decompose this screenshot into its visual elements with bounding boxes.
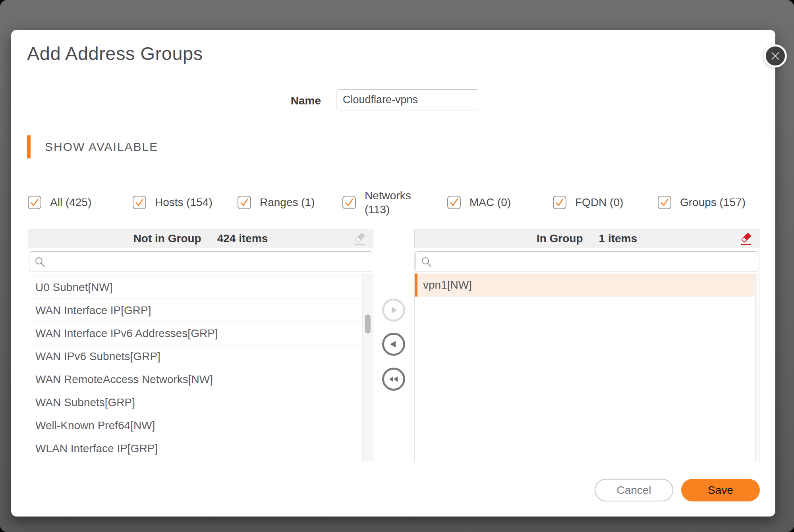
arrow-left-icon	[387, 338, 400, 351]
move-right-button[interactable]	[382, 299, 405, 322]
close-button[interactable]	[764, 44, 787, 67]
right-search-box	[415, 251, 758, 272]
add-address-groups-dialog: Add Address Groups Name SHOW AVAILABLE A…	[11, 30, 775, 517]
check-icon	[29, 195, 41, 210]
checkbox-networks[interactable]	[342, 196, 356, 209]
panel-title: Not in Group	[133, 232, 201, 245]
in-group-list: vpn1[NW]	[415, 274, 759, 461]
dialog-title: Add Address Groups	[27, 42, 203, 64]
filter-ranges: Ranges (1)	[238, 196, 315, 209]
not-in-group-panel: Not in Group 424 items	[28, 229, 373, 461]
search-icon	[34, 256, 46, 268]
clear-group-button[interactable]	[739, 232, 753, 247]
left-scrollbar-track[interactable]	[362, 274, 373, 461]
cancel-button[interactable]: Cancel	[595, 479, 673, 501]
check-icon	[659, 195, 670, 210]
filter-label: Hosts (154)	[155, 196, 213, 209]
filter-networks: Networks (113)	[342, 189, 415, 216]
double-arrow-left-icon	[387, 373, 400, 386]
check-icon	[238, 195, 250, 210]
filter-label: Ranges (1)	[260, 196, 315, 209]
list-item[interactable]: WAN RemoteAccess Networks[NW]	[28, 368, 373, 391]
right-search-input[interactable]	[437, 253, 755, 271]
search-icon	[421, 256, 433, 268]
panel-title: In Group	[537, 232, 583, 245]
right-scrollbar-track[interactable]	[755, 274, 759, 461]
check-icon	[448, 195, 460, 210]
in-group-panel: In Group 1 items	[414, 229, 759, 461]
show-available-section: SHOW AVAILABLE	[27, 135, 158, 158]
filter-label: FQDN (0)	[575, 196, 623, 209]
name-input[interactable]	[336, 89, 478, 110]
checkbox-ranges[interactable]	[238, 196, 251, 209]
section-title: SHOW AVAILABLE	[45, 140, 158, 154]
checkbox-mac[interactable]	[447, 196, 461, 209]
name-label: Name	[241, 94, 321, 107]
list-item[interactable]: U0 Subnet[NW]	[28, 276, 373, 299]
checkbox-groups[interactable]	[658, 196, 671, 209]
list-item[interactable]: WLAN Interface IP[GRP]	[28, 437, 373, 460]
panel-count: 1 items	[599, 232, 638, 245]
list-item[interactable]: WAN Interface IPv6 Addresses[GRP]	[28, 322, 373, 345]
not-in-group-body: U0 Subnet[NW] WAN Interface IP[GRP] WAN …	[28, 251, 373, 461]
eraser-icon	[353, 232, 367, 247]
checkbox-all[interactable]	[28, 196, 41, 209]
filter-label: Groups (157)	[680, 196, 746, 209]
close-icon	[770, 51, 780, 61]
eraser-icon-red	[739, 232, 753, 247]
check-icon	[133, 195, 145, 210]
save-button[interactable]: Save	[681, 479, 760, 501]
check-icon	[554, 195, 566, 210]
left-search-box	[29, 251, 372, 272]
move-all-left-button[interactable]	[382, 368, 405, 391]
filter-fqdn: FQDN (0)	[553, 196, 623, 209]
in-group-body: vpn1[NW]	[414, 251, 759, 461]
list-item[interactable]: WAN IPv6 Subnets[GRP]	[28, 345, 373, 368]
checkbox-hosts[interactable]	[133, 196, 146, 209]
selected-list-item[interactable]: vpn1[NW]	[415, 274, 755, 297]
checkbox-fqdn[interactable]	[553, 196, 566, 209]
not-in-group-header: Not in Group 424 items	[28, 229, 373, 248]
clear-filter-button[interactable]	[353, 232, 367, 247]
list-item[interactable]: WAN Interface IP[GRP]	[28, 299, 373, 322]
filter-label: MAC (0)	[469, 196, 511, 209]
not-in-group-list: U0 Subnet[NW] WAN Interface IP[GRP] WAN …	[28, 274, 373, 461]
check-icon	[343, 195, 355, 210]
panel-count: 424 items	[217, 232, 268, 245]
left-scrollbar-thumb[interactable]	[365, 314, 371, 333]
filter-mac: MAC (0)	[447, 196, 511, 209]
filter-label: Networks (113)	[365, 189, 415, 216]
filter-all: All (425)	[28, 196, 91, 209]
list-item[interactable]: WAN Subnets[GRP]	[28, 391, 373, 414]
move-left-button[interactable]	[382, 333, 405, 356]
filter-groups: Groups (157)	[658, 196, 746, 209]
section-accent-bar	[27, 135, 31, 158]
left-search-input[interactable]	[50, 253, 369, 271]
arrow-right-icon	[387, 304, 400, 316]
screen: Add Address Groups Name SHOW AVAILABLE A…	[0, 0, 794, 532]
filter-hosts: Hosts (154)	[133, 196, 213, 209]
list-item[interactable]: Well-Known Pref64[NW]	[28, 414, 373, 437]
in-group-header: In Group 1 items	[414, 229, 759, 248]
filter-label: All (425)	[50, 196, 91, 209]
